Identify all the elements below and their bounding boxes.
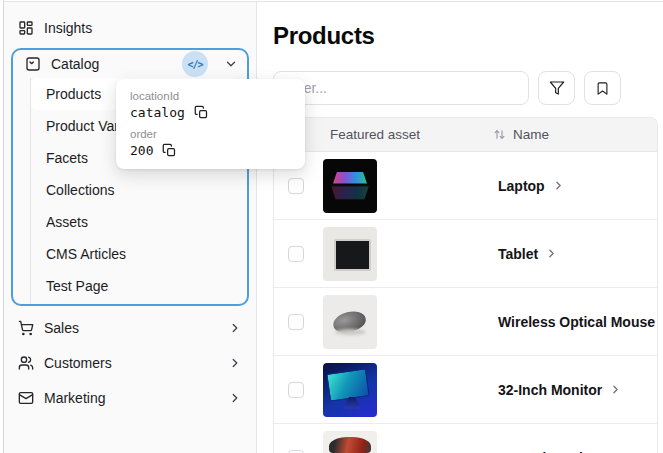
main-content: Products [257, 2, 663, 453]
sidebar: Insights Catalog </> Products Product Va… [4, 2, 257, 453]
sidebar-item-insights[interactable]: Insights [4, 13, 256, 43]
row-checkbox[interactable] [288, 246, 304, 262]
copy-icon[interactable] [162, 143, 177, 158]
sidebar-item-label: Customers [44, 355, 218, 371]
product-name-link[interactable]: Laptop [498, 178, 545, 194]
mail-icon [18, 390, 34, 406]
chevron-right-icon [609, 383, 622, 396]
window-left-edge [3, 0, 4, 453]
tooltip-field-value: catalog [130, 105, 185, 120]
column-header-name[interactable]: Name [486, 127, 657, 142]
funnel-icon [549, 80, 565, 96]
table-header-row: Featured asset Name [274, 118, 657, 152]
product-image-curved-monitor [323, 431, 377, 453]
catalog-icon [25, 56, 41, 72]
tooltip-field-label: order [130, 128, 291, 140]
product-name-link[interactable]: Curved Monitor [498, 450, 601, 453]
sidebar-item-marketing[interactable]: Marketing [4, 380, 256, 415]
sidebar-item-sales[interactable]: Sales [4, 310, 256, 345]
filter-input[interactable] [273, 71, 529, 105]
chevron-right-icon [228, 356, 242, 370]
bookmark-button[interactable] [584, 71, 621, 105]
location-info-tooltip: locationId catalog order 200 [116, 79, 305, 169]
sidebar-subitem-collections[interactable]: Collections [31, 174, 239, 206]
column-header-featured-asset[interactable]: Featured asset [318, 127, 486, 142]
sidebar-subitem-cms-articles[interactable]: CMS Articles [31, 238, 239, 270]
tooltip-field-label: locationId [130, 90, 291, 102]
filter-button[interactable] [538, 71, 575, 105]
row-checkbox[interactable] [288, 178, 304, 194]
row-checkbox[interactable] [288, 450, 304, 453]
column-header-name-label: Name [513, 127, 549, 142]
sidebar-item-label: Insights [44, 20, 242, 36]
toolbar [273, 71, 657, 105]
product-image-tablet [323, 227, 377, 281]
cart-icon [18, 320, 34, 336]
users-icon [18, 355, 34, 371]
table-row[interactable]: 32-Inch Monitor [274, 356, 657, 424]
product-name-link[interactable]: Tablet [498, 246, 538, 262]
dashboard-grid-icon [18, 20, 34, 36]
page-title: Products [273, 22, 657, 50]
sidebar-item-label: Catalog [51, 56, 172, 72]
sidebar-item-label: Marketing [44, 390, 218, 406]
chevron-right-icon [552, 179, 565, 192]
sort-icon[interactable] [492, 127, 507, 142]
table-row[interactable]: Curved Monitor [274, 424, 657, 453]
sidebar-subitem-assets[interactable]: Assets [31, 206, 239, 238]
app-window: Insights Catalog </> Products Product Va… [0, 0, 663, 453]
table-row[interactable]: Tablet [274, 220, 657, 288]
chevron-right-icon [545, 247, 558, 260]
tooltip-field-value: 200 [130, 143, 153, 158]
sidebar-item-catalog[interactable]: Catalog </> [13, 50, 247, 78]
chevron-right-icon [228, 321, 242, 335]
products-table: Featured asset Name Laptop [273, 117, 658, 453]
sidebar-item-customers[interactable]: Customers [4, 345, 256, 380]
window-top-edge [3, 1, 663, 2]
product-name-link[interactable]: Wireless Optical Mouse [498, 314, 655, 330]
chevron-down-icon[interactable] [224, 57, 238, 71]
row-checkbox[interactable] [288, 382, 304, 398]
table-row[interactable]: Wireless Optical Mouse [274, 288, 657, 356]
bookmark-icon [595, 81, 610, 96]
copy-icon[interactable] [194, 105, 209, 120]
code-chip-icon[interactable]: </> [182, 51, 208, 77]
sidebar-item-label: Sales [44, 320, 218, 336]
product-image-32-inch-monitor [323, 363, 377, 417]
sidebar-subitem-test-page[interactable]: Test Page [31, 270, 239, 302]
chevron-right-icon [228, 391, 242, 405]
table-row[interactable]: Laptop [274, 152, 657, 220]
product-image-laptop [323, 159, 377, 213]
product-name-link[interactable]: 32-Inch Monitor [498, 382, 602, 398]
product-image-mouse [323, 295, 377, 349]
row-checkbox[interactable] [288, 314, 304, 330]
